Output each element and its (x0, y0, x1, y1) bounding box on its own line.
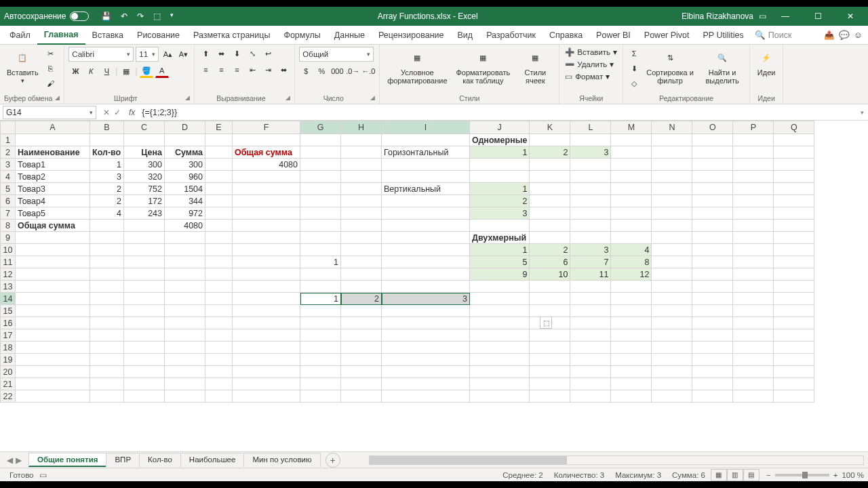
cell-E16[interactable] (205, 317, 233, 329)
cell-I18[interactable] (382, 342, 470, 354)
paste-button[interactable]: 📋 Вставить ▾ (4, 47, 41, 86)
cell-A2[interactable]: Наименование (16, 146, 90, 159)
cell-B13[interactable] (90, 281, 124, 293)
cell-Q9[interactable] (774, 232, 814, 244)
cell-A7[interactable]: Товар5 (16, 207, 90, 220)
cell-B5[interactable]: 2 (90, 183, 124, 195)
cell-Q7[interactable] (774, 207, 814, 220)
cell-C7[interactable]: 243 (124, 207, 165, 220)
bold-button[interactable]: Ж (68, 64, 82, 78)
cell-I11[interactable] (382, 256, 470, 268)
cell-K10[interactable]: 2 (530, 244, 570, 256)
cell-H5[interactable] (341, 183, 382, 195)
normal-view-icon[interactable]: ▦ (711, 469, 727, 481)
cell-A18[interactable] (16, 342, 90, 354)
cell-L3[interactable] (570, 159, 611, 171)
cell-P1[interactable] (733, 134, 774, 146)
cell-B20[interactable] (90, 366, 124, 378)
cell-D22[interactable] (165, 390, 205, 403)
cell-O12[interactable] (692, 268, 733, 281)
cell-K8[interactable] (530, 220, 570, 232)
cell-C14[interactable] (124, 293, 165, 305)
cell-F16[interactable] (233, 317, 300, 329)
cell-F14[interactable] (233, 293, 300, 305)
cell-M15[interactable] (611, 305, 652, 317)
cell-L6[interactable] (570, 195, 611, 207)
cell-F2[interactable]: Общая сумма (233, 146, 300, 159)
cell-D11[interactable] (165, 256, 205, 268)
cell-E12[interactable] (205, 268, 233, 281)
cell-M7[interactable] (611, 207, 652, 220)
cell-O8[interactable] (692, 220, 733, 232)
cell-J4[interactable] (470, 171, 530, 183)
cell-Q21[interactable] (774, 378, 814, 390)
number-launcher-icon[interactable]: ◢ (370, 94, 375, 101)
column-header-Q[interactable]: Q (774, 121, 814, 134)
cell-L4[interactable] (570, 171, 611, 183)
cell-P18[interactable] (733, 342, 774, 354)
macro-record-icon[interactable]: ▭ (39, 470, 47, 480)
cell-O15[interactable] (692, 305, 733, 317)
cell-N17[interactable] (652, 329, 692, 342)
cell-J15[interactable] (470, 305, 530, 317)
cell-I22[interactable] (382, 390, 470, 403)
cell-I13[interactable] (382, 281, 470, 293)
cell-D17[interactable] (165, 329, 205, 342)
cell-M19[interactable] (611, 354, 652, 366)
row-header-10[interactable]: 10 (1, 244, 16, 256)
cell-D5[interactable]: 1504 (165, 183, 205, 195)
cell-F9[interactable] (233, 232, 300, 244)
tab-view[interactable]: Вид (451, 26, 480, 45)
cell-C18[interactable] (124, 342, 165, 354)
cell-E20[interactable] (205, 366, 233, 378)
cell-A6[interactable]: Товар4 (16, 195, 90, 207)
cut-icon[interactable]: ✂ (44, 47, 58, 60)
cell-D14[interactable] (165, 293, 205, 305)
cell-D15[interactable] (165, 305, 205, 317)
cell-D6[interactable]: 344 (165, 195, 205, 207)
format-as-table-button[interactable]: ▦Форматировать как таблицу (453, 47, 513, 86)
row-header-20[interactable]: 20 (1, 366, 16, 378)
maximize-button[interactable]: ☐ (804, 7, 831, 26)
sheet-tab[interactable]: ВПР (106, 453, 140, 467)
cell-O17[interactable] (692, 329, 733, 342)
cell-I7[interactable] (382, 207, 470, 220)
cell-A10[interactable] (16, 244, 90, 256)
cancel-formula-icon[interactable]: ✕ (103, 108, 110, 117)
cell-L7[interactable] (570, 207, 611, 220)
cell-B7[interactable]: 4 (90, 207, 124, 220)
cell-K22[interactable] (530, 390, 570, 403)
cell-O5[interactable] (692, 183, 733, 195)
cell-G3[interactable] (300, 159, 341, 171)
sheet-tab[interactable]: Общие понятия (28, 453, 106, 467)
cell-H19[interactable] (341, 354, 382, 366)
cell-K21[interactable] (530, 378, 570, 390)
cell-M3[interactable] (611, 159, 652, 171)
cell-O6[interactable] (692, 195, 733, 207)
cell-F21[interactable] (233, 378, 300, 390)
row-header-6[interactable]: 6 (1, 195, 16, 207)
column-header-G[interactable]: G (300, 121, 341, 134)
cell-L2[interactable]: 3 (570, 146, 611, 159)
cell-C8[interactable] (124, 220, 165, 232)
cell-C2[interactable]: Цена (124, 146, 165, 159)
cell-B6[interactable]: 2 (90, 195, 124, 207)
cell-J8[interactable] (470, 220, 530, 232)
cell-H12[interactable] (341, 268, 382, 281)
cell-J5[interactable]: 1 (470, 183, 530, 195)
cell-G6[interactable] (300, 195, 341, 207)
cell-F15[interactable] (233, 305, 300, 317)
merge-icon[interactable]: ⬌ (277, 63, 290, 77)
cell-C10[interactable] (124, 244, 165, 256)
cell-F22[interactable] (233, 390, 300, 403)
alignment-launcher-icon[interactable]: ◢ (285, 94, 290, 101)
cell-Q14[interactable] (774, 293, 814, 305)
row-header-11[interactable]: 11 (1, 256, 16, 268)
cell-Q15[interactable] (774, 305, 814, 317)
tab-insert[interactable]: Вставка (85, 26, 130, 45)
cell-D20[interactable] (165, 366, 205, 378)
cell-G12[interactable] (300, 268, 341, 281)
row-header-9[interactable]: 9 (1, 232, 16, 244)
cell-N20[interactable] (652, 366, 692, 378)
page-break-view-icon[interactable]: ▤ (743, 469, 760, 481)
